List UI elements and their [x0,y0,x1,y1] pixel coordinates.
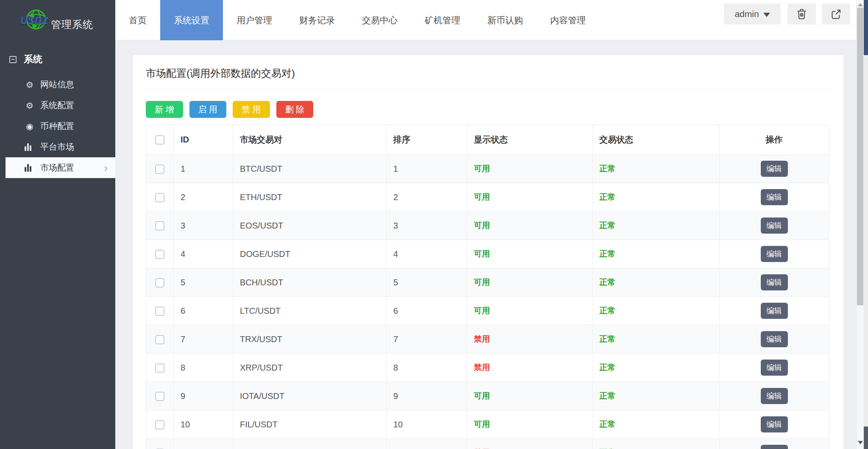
chevron-right-icon: › [104,162,108,173]
sidebar-item-label: 市场配置 [40,162,74,173]
cell-id: 7 [174,325,233,354]
column-header-操作: 操作 [720,125,829,155]
edit-button[interactable]: 编辑 [761,189,788,205]
nav-item-4[interactable]: 财务记录 [286,0,348,40]
export-button[interactable] [822,3,850,25]
trade-status-badge: 正常 [599,391,615,400]
add-button[interactable]: 新 增 [146,101,183,118]
nav-item-2[interactable]: 系统设置 [160,0,223,40]
trash-button[interactable] [787,3,816,25]
content-area: 市场配置(调用外部数据的交易对) 新 增启 用禁 用删 除 ID市场交易对排序显… [115,40,856,449]
display-status-badge: 可用 [474,278,490,287]
sidebar-item-网站信息[interactable]: ⚙网站信息 [0,74,115,95]
sidebar-item-系统配置[interactable]: ⚙系统配置 [0,95,115,116]
edit-button[interactable]: 编辑 [761,218,788,234]
row-checkbox[interactable] [155,250,164,259]
scrollbar-thumb[interactable] [857,8,863,305]
sidebar-item-label: 系统配置 [40,100,74,111]
display-status-badge: 可用 [474,192,490,201]
enable-button[interactable]: 启 用 [189,101,227,118]
table-row-4: 4DOGE/USDT4可用正常编辑 [146,240,829,268]
collapse-icon [9,56,17,63]
edit-button[interactable]: 编辑 [761,388,788,404]
display-status-badge: 禁用 [474,335,490,343]
outer-scrollbar-thumb[interactable] [864,0,868,55]
table-row-6: 6LTC/USDT6可用正常编辑 [146,297,829,325]
table-body: 1BTC/USDT1可用正常编辑2ETH/USDT2可用正常编辑3EOS/USD… [146,155,829,449]
delete-button[interactable]: 删 除 [276,101,314,118]
trade-status-badge: 正常 [599,420,615,429]
table-row-9: 9IOTA/USDT9可用正常编辑 [146,382,829,410]
display-status-badge: 可用 [474,391,490,400]
cell-pair: IOTA/USDT [233,382,387,410]
row-checkbox[interactable] [155,165,164,174]
sidebar-item-label: 网站信息 [40,79,74,90]
chevron-down-icon [763,13,770,17]
nav-item-7[interactable]: 新币认购 [474,0,537,40]
cell-id: 5 [174,268,233,297]
sidebar-item-label: 平台市场 [40,141,74,153]
nav-item-6[interactable]: 矿机管理 [411,0,474,40]
sidebar-item-市场配置[interactable]: 市场配置› [6,157,115,178]
table-row-7: 7TRX/USDT7禁用正常编辑 [146,325,829,354]
admin-dropdown[interactable]: admin [724,3,781,25]
row-checkbox[interactable] [155,221,164,231]
trade-status-badge: 正常 [599,278,615,287]
nav-item-8[interactable]: 内容管理 [537,0,599,40]
edit-button[interactable]: 编辑 [761,445,788,449]
row-checkbox[interactable] [155,420,164,429]
edit-button[interactable]: 编辑 [761,274,788,290]
cell-sort: 1 [387,155,467,183]
target-icon: ◉ [25,121,35,131]
row-checkbox[interactable] [155,307,164,316]
row-checkbox[interactable] [155,193,164,202]
nav-item-3[interactable]: 用户管理 [223,0,286,40]
edit-button[interactable]: 编辑 [761,246,788,262]
select-all-checkbox[interactable] [155,135,164,145]
table-row-5: 5BCH/USDT5可用正常编辑 [146,268,829,297]
column-header-排序: 排序 [387,125,467,155]
cell-sort: 7 [387,325,467,354]
nav-item-5[interactable]: 交易中心 [348,0,411,40]
cell-id: 2 [174,183,233,212]
trade-status-badge: 正常 [599,306,615,315]
cell-pair: DOGE/USDT [233,240,387,268]
row-checkbox[interactable] [155,392,164,401]
row-checkbox[interactable] [155,278,164,287]
nav-item-1[interactable]: 首页 [115,0,160,40]
column-header-市场交易对: 市场交易对 [233,125,387,155]
cell-id: 10 [174,410,233,439]
outer-scrollbar[interactable] [864,0,868,449]
disable-button[interactable]: 禁 用 [233,101,270,118]
display-status-badge: 可用 [474,306,490,315]
trade-status-badge: 正常 [599,363,615,372]
row-checkbox[interactable] [155,335,164,344]
cell-pair: SHIB/USDT [233,439,387,449]
display-status-badge: 禁用 [474,363,490,372]
table-row-1: 1BTC/USDT1可用正常编辑 [146,155,829,183]
edit-button[interactable]: 编辑 [761,161,788,177]
sidebar-item-平台市场[interactable]: 平台市场 [0,137,115,157]
table-row-10: 10FIL/USDT10可用正常编辑 [146,410,829,439]
brand-logo: USDZ 管理系统 [0,0,115,40]
sidebar-item-label: 币种配置 [40,120,74,132]
trash-icon [796,8,807,20]
bar-chart-icon [25,164,35,172]
edit-button[interactable]: 编辑 [761,360,788,376]
cell-id: 8 [174,354,233,382]
edit-button[interactable]: 编辑 [761,303,788,319]
edit-button[interactable]: 编辑 [761,331,788,347]
row-checkbox[interactable] [155,363,164,373]
sidebar-item-币种配置[interactable]: ◉币种配置 [0,116,115,137]
scroll-up-icon[interactable] [858,3,863,6]
trade-status-badge: 正常 [599,221,615,230]
sidebar-section-system[interactable]: 系统 [0,40,115,72]
column-header-显示状态: 显示状态 [467,125,593,155]
edit-button[interactable]: 编辑 [761,416,788,432]
trade-status-badge: 正常 [599,335,615,343]
cell-pair: BTC/USDT [233,155,387,183]
sidebar-section-label: 系统 [24,53,42,66]
scroll-down-icon[interactable] [858,441,863,444]
gear-icon: ⚙ [25,100,35,111]
scrollbar[interactable] [856,0,864,449]
